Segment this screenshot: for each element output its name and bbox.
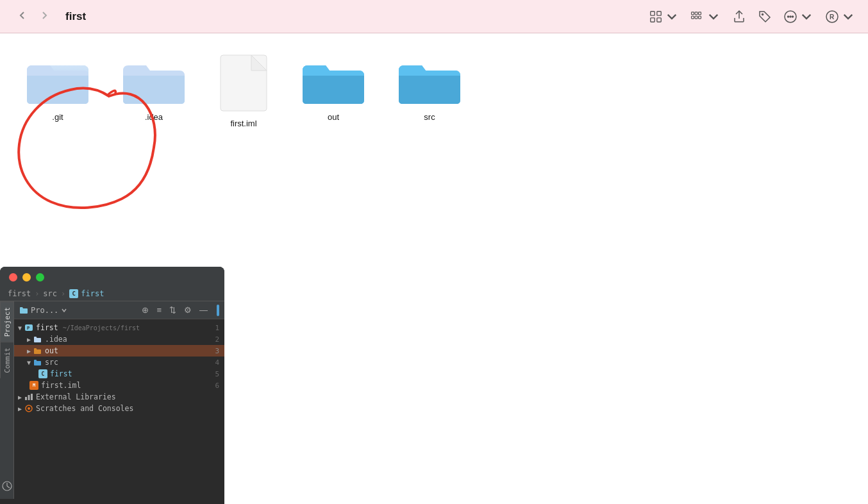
svg-rect-3 xyxy=(657,17,661,21)
ext-lib-label: External Libraries xyxy=(36,392,116,401)
file-firstiml-label: first.iml xyxy=(230,119,256,128)
tree-row-src[interactable]: ▼ src 4 xyxy=(14,357,224,368)
tree-row-ext-lib[interactable]: ▶ External Libraries xyxy=(14,391,224,403)
panel-accent xyxy=(217,305,219,316)
folder-out[interactable]: out xyxy=(301,53,365,122)
line-4: 4 xyxy=(215,358,219,367)
align-icon-btn[interactable]: ≡ xyxy=(155,304,163,316)
folder-src[interactable]: src xyxy=(397,53,462,122)
svg-rect-7 xyxy=(692,16,694,19)
view-list-button[interactable] xyxy=(690,10,721,24)
line-3: 3 xyxy=(215,347,219,355)
svg-rect-9 xyxy=(699,16,701,19)
tree-row-idea[interactable]: ▶ .idea 2 xyxy=(14,333,224,345)
svg-point-12 xyxy=(788,16,789,17)
finder-content: .git .idea first.iml xyxy=(0,33,868,277)
ij-breadcrumb: first › src › C first xyxy=(0,287,224,301)
line-6: 6 xyxy=(215,382,219,390)
project-tree: ▼ P first ~/IdeaProjects/first 1 ▶ xyxy=(14,319,224,499)
svg-rect-1 xyxy=(657,11,661,15)
minimize-button[interactable] xyxy=(22,273,31,281)
svg-point-10 xyxy=(762,13,764,15)
src-label: src xyxy=(45,358,58,367)
folder-out-icon xyxy=(301,53,365,107)
user-button[interactable]: R xyxy=(825,10,855,24)
first-class-label: first xyxy=(50,369,72,378)
svg-rect-4 xyxy=(692,12,694,14)
ij-body: Project Commit Pro... xyxy=(0,301,224,499)
folder-src-icon xyxy=(397,53,462,107)
close-panel-btn[interactable]: — xyxy=(198,304,209,316)
svg-rect-27 xyxy=(31,394,33,400)
folder-idea-icon xyxy=(122,53,186,107)
panel-label: Pro... xyxy=(19,306,67,315)
folder-idea-label: .idea xyxy=(145,112,163,122)
svg-rect-0 xyxy=(651,11,655,15)
svg-point-29 xyxy=(28,407,30,410)
line-1: 1 xyxy=(215,324,219,332)
folder-src-label: src xyxy=(424,112,435,122)
svg-rect-26 xyxy=(28,395,30,400)
idea-label: .idea xyxy=(45,335,67,344)
tree-row-scratches[interactable]: ▶ Scratches and Consoles xyxy=(14,403,224,414)
svg-text:R: R xyxy=(830,13,835,21)
svg-rect-6 xyxy=(699,12,701,14)
bc-src[interactable]: src xyxy=(43,289,57,298)
svg-rect-8 xyxy=(695,16,697,19)
panel-header: Pro... ⊕ ≡ ⇅ ⚙ — xyxy=(14,301,224,319)
first-iml-label: first.iml xyxy=(41,381,81,390)
tag-button[interactable] xyxy=(758,10,772,24)
commit-tab[interactable]: Commit xyxy=(0,342,13,378)
collapse-icon-btn[interactable]: ⇅ xyxy=(168,304,178,316)
folder-git-icon xyxy=(26,53,90,107)
project-tab[interactable]: Project xyxy=(0,301,13,342)
svg-rect-2 xyxy=(651,17,655,21)
add-icon-btn[interactable]: ⊕ xyxy=(140,304,150,316)
panel-action-icons: ⊕ ≡ ⇅ ⚙ — xyxy=(140,304,219,316)
toolbar: first xyxy=(0,0,868,33)
svg-point-13 xyxy=(790,16,791,17)
line-5: 5 xyxy=(215,370,219,378)
line-2: 2 xyxy=(215,335,219,344)
svg-rect-5 xyxy=(695,12,697,14)
class-icon: C xyxy=(69,289,78,298)
page-title: first xyxy=(65,10,86,23)
share-button[interactable] xyxy=(732,10,746,24)
folder-git-label: .git xyxy=(52,112,63,122)
tree-row-first-class[interactable]: C first 5 xyxy=(14,368,224,380)
tree-row-out[interactable]: ▶ out 3 xyxy=(14,345,224,357)
bc-first[interactable]: first xyxy=(8,289,31,298)
file-firstiml-icon xyxy=(218,53,269,113)
tree-row-first-iml[interactable]: M first.iml 6 xyxy=(14,380,224,391)
folder-git[interactable]: .git xyxy=(26,53,90,122)
root-label: first xyxy=(36,323,58,332)
settings-icon-btn[interactable]: ⚙ xyxy=(183,304,193,316)
git-icon-tab[interactable] xyxy=(0,476,13,499)
out-label: out xyxy=(45,346,58,355)
class-file-icon: C xyxy=(38,369,47,378)
svg-point-14 xyxy=(792,16,794,17)
more-options-button[interactable] xyxy=(783,10,814,24)
view-grid-button[interactable] xyxy=(649,10,679,24)
bc-class[interactable]: C first xyxy=(69,289,104,298)
svg-rect-25 xyxy=(25,397,27,400)
intellij-panel: first › src › C first Project Commit xyxy=(0,267,224,504)
traffic-lights xyxy=(0,267,224,287)
side-tabs: Project Commit xyxy=(0,301,14,499)
nav-buttons xyxy=(13,7,54,26)
root-path: ~/IdeaProjects/first xyxy=(63,324,140,332)
finder-window: first xyxy=(0,0,868,277)
back-button[interactable] xyxy=(13,7,32,26)
iml-file-icon: M xyxy=(29,381,38,390)
panel-title: Pro... xyxy=(31,306,58,315)
svg-text:P: P xyxy=(27,326,29,331)
folder-out-label: out xyxy=(328,112,339,122)
tree-row-root[interactable]: ▼ P first ~/IdeaProjects/first 1 xyxy=(14,322,224,333)
close-button[interactable] xyxy=(9,273,17,281)
folder-idea[interactable]: .idea xyxy=(122,53,186,122)
file-firstiml[interactable]: first.iml xyxy=(218,53,269,128)
project-panel: Pro... ⊕ ≡ ⇅ ⚙ — xyxy=(14,301,224,499)
fullscreen-button[interactable] xyxy=(36,273,44,281)
forward-button[interactable] xyxy=(35,7,54,26)
scratches-label: Scratches and Consoles xyxy=(36,404,133,413)
